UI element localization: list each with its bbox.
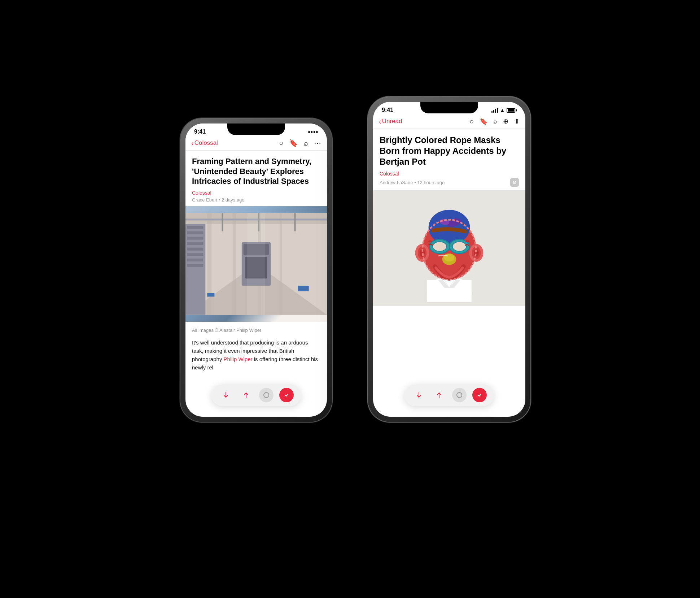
article-header-back: Framing Pattern and Symmetry, 'Unintende… xyxy=(185,151,327,206)
svg-point-47 xyxy=(452,242,467,251)
share-icon-front[interactable]: ⬆ xyxy=(514,118,520,125)
back-label-front: Unread xyxy=(382,118,402,125)
wifi-icon: ▲ xyxy=(500,107,505,113)
svg-rect-6 xyxy=(280,213,282,315)
bottom-toolbar-front xyxy=(404,384,494,406)
article-image-front xyxy=(373,190,525,306)
search-icon-front[interactable]: ⌕ xyxy=(493,118,497,125)
time-front: 9:41 xyxy=(382,107,393,113)
bookmark-icon-front[interactable]: 🔖 xyxy=(480,118,487,125)
nav-icons-back: ○ 🔖 ⌕ ⋯ xyxy=(279,139,321,147)
mercury-badge: M xyxy=(510,178,519,187)
svg-rect-20 xyxy=(207,293,214,296)
unread-btn-front[interactable] xyxy=(452,388,467,402)
circle-icon-front[interactable]: ○ xyxy=(469,118,474,125)
svg-rect-14 xyxy=(187,258,203,261)
nav-bar-front[interactable]: ‹ Unread ○ 🔖 ⌕ ⊕ ⬆ xyxy=(373,116,525,129)
article-source-back: Colossal xyxy=(192,190,320,196)
svg-point-51 xyxy=(457,393,462,398)
phone-front: 9:41 ▲ xyxy=(368,97,530,422)
svg-point-49 xyxy=(444,254,454,261)
signal-bars-icon xyxy=(491,108,498,113)
svg-rect-15 xyxy=(187,264,203,267)
mask-svg xyxy=(399,194,500,302)
unread-btn-back[interactable] xyxy=(259,388,274,402)
nav-icons-front: ○ 🔖 ⌕ ⊕ ⬆ xyxy=(469,118,520,125)
phone-back: 9:41 ●●●● ‹ Colossal ○ 🔖 ⌕ ⋯ xyxy=(180,118,332,422)
battery-icon xyxy=(507,108,517,113)
phone-front-screen: 9:41 ▲ xyxy=(373,102,525,417)
copyright-text: All images © Alastair Philip Wiper xyxy=(192,327,320,334)
svg-rect-8 xyxy=(187,226,203,229)
article-source-front: Colossal xyxy=(380,171,519,177)
article-byline-back: Grace Ebert • 2 days ago xyxy=(192,197,245,203)
svg-rect-9 xyxy=(187,231,203,234)
circle-icon-back[interactable]: ○ xyxy=(279,139,283,147)
status-icons-back: ●●●● xyxy=(308,129,318,134)
bottom-toolbar-back xyxy=(211,384,301,406)
more-icon-back[interactable]: ⋯ xyxy=(314,139,321,147)
scene: 9:41 ●●●● ‹ Colossal ○ 🔖 ⌕ ⋯ xyxy=(134,46,566,552)
bookmark-icon-back[interactable]: 🔖 xyxy=(289,139,298,147)
read-btn-front[interactable] xyxy=(472,388,487,402)
svg-point-45 xyxy=(433,242,447,251)
article-byline-front: Andrew LaSane • 12 hours ago xyxy=(380,180,445,185)
body-text: It's well understood that producing is a… xyxy=(192,338,320,372)
svg-rect-19 xyxy=(298,286,309,291)
back-button-front[interactable]: ‹ Unread xyxy=(379,118,402,125)
back-button-back[interactable]: ‹ Colossal xyxy=(191,139,218,147)
article-header-front: Brightly Colored Rope Masks Born from Ha… xyxy=(373,129,525,190)
svg-rect-22 xyxy=(222,213,223,231)
signal-icon-back: ●●●● xyxy=(308,129,318,134)
search-icon-back[interactable]: ⌕ xyxy=(304,139,308,147)
svg-rect-3 xyxy=(207,213,211,315)
article-title-back: Framing Pattern and Symmetry, 'Unintende… xyxy=(192,156,320,186)
notch-back xyxy=(227,124,285,135)
svg-rect-11 xyxy=(187,242,203,245)
article-meta-front: Andrew LaSane • 12 hours ago M xyxy=(380,178,519,187)
nav-bar-back[interactable]: ‹ Colossal ○ 🔖 ⌕ ⋯ xyxy=(185,137,327,151)
article-title-front: Brightly Colored Rope Masks Born from Ha… xyxy=(380,135,519,167)
svg-point-26 xyxy=(264,393,269,398)
svg-rect-12 xyxy=(187,247,203,250)
article-meta-back: Grace Ebert • 2 days ago xyxy=(192,197,320,203)
svg-rect-25 xyxy=(247,213,265,315)
compass-icon-front[interactable]: ⊕ xyxy=(503,118,508,125)
svg-rect-4 xyxy=(233,213,236,315)
svg-rect-24 xyxy=(294,213,296,231)
chevron-icon-back: ‹ xyxy=(191,139,194,147)
industrial-svg xyxy=(185,206,327,322)
notch-front xyxy=(420,102,478,113)
status-icons-front: ▲ xyxy=(491,107,517,113)
back-label-back: Colossal xyxy=(194,139,218,147)
svg-rect-13 xyxy=(187,253,203,256)
article-image-back xyxy=(185,206,327,322)
read-btn-back[interactable] xyxy=(279,388,294,402)
chevron-icon-front: ‹ xyxy=(379,118,381,125)
body-link[interactable]: Philip Wiper xyxy=(224,356,253,362)
next-article-btn-front[interactable] xyxy=(432,388,446,402)
prev-article-btn-front[interactable] xyxy=(412,388,426,402)
prev-article-btn-back[interactable] xyxy=(219,388,233,402)
next-article-btn-back[interactable] xyxy=(239,388,253,402)
svg-rect-10 xyxy=(187,237,203,239)
phone-back-screen: 9:41 ●●●● ‹ Colossal ○ 🔖 ⌕ ⋯ xyxy=(185,124,327,417)
time-back: 9:41 xyxy=(194,129,206,135)
article-body-back: All images © Alastair Philip Wiper It's … xyxy=(185,322,327,377)
